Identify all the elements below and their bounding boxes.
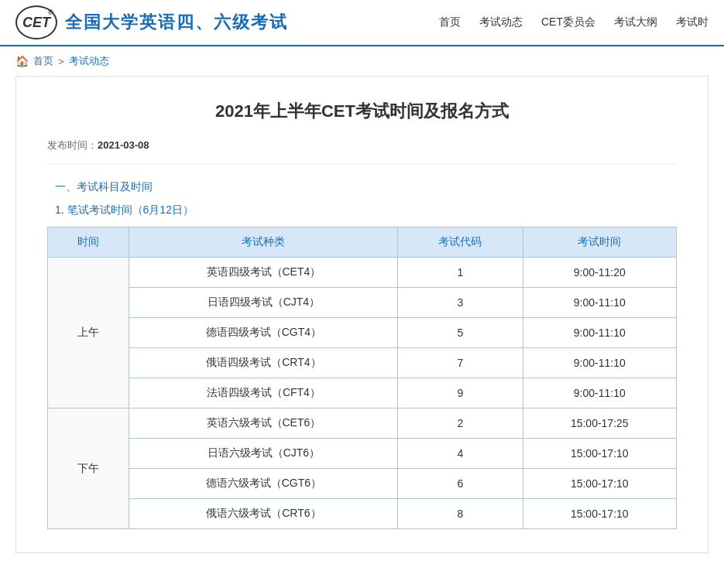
exam-code-cell: 1 xyxy=(398,258,523,288)
breadcrumb-home-link[interactable]: 首页 xyxy=(33,54,53,68)
exam-code-cell: 6 xyxy=(398,469,523,499)
publish-label: 发布时间： xyxy=(47,139,98,151)
col-header-code: 考试代码 xyxy=(398,227,523,258)
exam-code-cell: 9 xyxy=(398,378,523,409)
exam-name-cell: 德语四级考试（CGT4） xyxy=(129,318,398,348)
table-row: 俄语四级考试（CRT4）79:00-11:10 xyxy=(48,348,677,378)
time-cell: 上午 xyxy=(48,258,129,409)
exam-period-cell: 9:00-11:10 xyxy=(523,348,676,378)
logo-icon: ® CET xyxy=(15,5,57,39)
exam-period-cell: 15:00-17:10 xyxy=(523,499,676,529)
page-header: ® CET 全国大学英语四、六级考试 首页 考试动态 CET委员会 考试大纲 考… xyxy=(0,0,724,46)
exam-name-cell: 俄语四级考试（CRT4） xyxy=(129,348,398,378)
logo-reg-mark: ® xyxy=(48,9,53,16)
nav-item-home[interactable]: 首页 xyxy=(439,15,461,29)
publish-date-value: 2021-03-08 xyxy=(98,139,149,151)
breadcrumb: 🏠 首页 > 考试动态 xyxy=(0,46,724,76)
article-title: 2021年上半年CET考试时间及报名方式 xyxy=(47,100,677,123)
logo-text: CET xyxy=(22,15,50,31)
col-header-time: 时间 xyxy=(48,227,129,258)
nav-item-exam[interactable]: 考试时 xyxy=(676,15,709,29)
main-nav: 首页 考试动态 CET委员会 考试大纲 考试时 xyxy=(439,15,709,29)
home-icon: 🏠 xyxy=(15,55,29,67)
table-header-row: 时间 考试种类 考试代码 考试时间 xyxy=(48,227,677,258)
exam-code-cell: 4 xyxy=(398,439,523,469)
table-row: 下午英语六级考试（CET6）215:00-17:25 xyxy=(48,409,677,439)
site-title: 全国大学英语四、六级考试 xyxy=(65,11,288,34)
time-cell: 下午 xyxy=(48,409,129,529)
exam-name-cell: 日语六级考试（CJT6） xyxy=(129,439,398,469)
exam-code-cell: 5 xyxy=(398,318,523,348)
main-content: 2021年上半年CET考试时间及报名方式 发布时间：2021-03-08 一、考… xyxy=(15,76,709,553)
table-row: 日语六级考试（CJT6）415:00-17:10 xyxy=(48,439,677,469)
exam-code-cell: 2 xyxy=(398,409,523,439)
exam-period-cell: 9:00-11:10 xyxy=(523,378,676,409)
publish-date-row: 发布时间：2021-03-08 xyxy=(47,138,677,165)
exam-name-cell: 法语四级考试（CFT4） xyxy=(129,378,398,409)
col-header-period: 考试时间 xyxy=(523,227,676,258)
exam-period-cell: 15:00-17:10 xyxy=(523,439,676,469)
table-row: 俄语六级考试（CRT6）815:00-17:10 xyxy=(48,499,677,529)
table-row: 上午英语四级考试（CET4）19:00-11:20 xyxy=(48,258,677,288)
breadcrumb-news-link[interactable]: 考试动态 xyxy=(69,54,109,68)
exam-period-cell: 9:00-11:10 xyxy=(523,288,676,318)
exam-name-cell: 德语六级考试（CGT6） xyxy=(129,469,398,499)
breadcrumb-separator: > xyxy=(58,56,64,67)
exam-period-cell: 15:00-17:25 xyxy=(523,409,676,439)
table-row: 日语四级考试（CJT4）39:00-11:10 xyxy=(48,288,677,318)
exam-name-cell: 日语四级考试（CJT4） xyxy=(129,288,398,318)
exam-code-cell: 3 xyxy=(398,288,523,318)
nav-item-committee[interactable]: CET委员会 xyxy=(541,15,595,29)
exam-name-cell: 英语四级考试（CET4） xyxy=(129,258,398,288)
nav-item-news[interactable]: 考试动态 xyxy=(479,15,523,29)
nav-item-syllabus[interactable]: 考试大纲 xyxy=(614,15,657,29)
exam-period-cell: 9:00-11:10 xyxy=(523,318,676,348)
exam-name-cell: 英语六级考试（CET6） xyxy=(129,409,398,439)
exam-period-cell: 9:00-11:20 xyxy=(523,258,676,288)
exam-code-cell: 7 xyxy=(398,348,523,378)
exam-code-cell: 8 xyxy=(398,499,523,529)
table-row: 德语四级考试（CGT4）59:00-11:10 xyxy=(48,318,677,348)
table-row: 德语六级考试（CGT6）615:00-17:10 xyxy=(48,469,677,499)
exam-table: 时间 考试种类 考试代码 考试时间 上午英语四级考试（CET4）19:00-11… xyxy=(47,227,677,529)
table-row: 法语四级考试（CFT4）99:00-11:10 xyxy=(48,378,677,409)
logo-area: ® CET 全国大学英语四、六级考试 xyxy=(15,5,439,39)
col-header-type: 考试种类 xyxy=(129,227,398,258)
exam-name-cell: 俄语六级考试（CRT6） xyxy=(129,499,398,529)
exam-period-cell: 15:00-17:10 xyxy=(523,469,676,499)
sub-title1: 1. 笔试考试时间（6月12日） xyxy=(55,203,677,217)
section1-title: 一、考试科目及时间 xyxy=(55,180,677,194)
